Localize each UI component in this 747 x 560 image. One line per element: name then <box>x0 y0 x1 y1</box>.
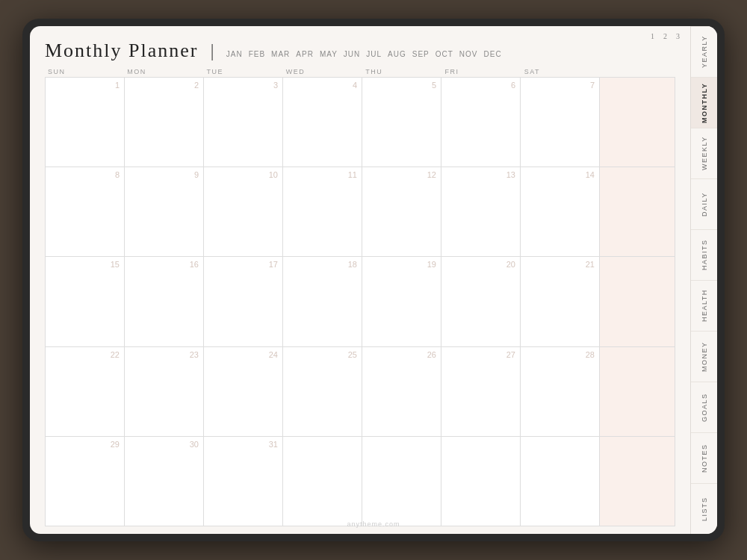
tablet-frame: 1 2 3 YEARLYMONTHLYWEEKLYDAILYHABITSHEAL… <box>22 19 725 541</box>
calendar-cell[interactable]: 14 <box>521 167 599 256</box>
nav-item-health[interactable]: HEALTH <box>691 280 717 331</box>
side-panel-cell <box>600 437 675 526</box>
page-num-2: 2 <box>663 32 667 40</box>
month-tab-feb[interactable]: FEB <box>249 50 265 58</box>
day-mon: MON <box>124 68 203 75</box>
calendar-cell[interactable]: 30 <box>125 437 203 526</box>
side-panel-cell <box>600 347 675 436</box>
calendar-row: 1 2 3 4 5 6 7 <box>46 78 675 167</box>
side-panel-cell <box>600 78 675 167</box>
calendar-row: 29 30 31 <box>46 437 675 526</box>
month-tabs: JANFEBMARAPRMAYJUNJULAUGSEPOCTNOVDEC <box>226 50 502 58</box>
calendar-cell <box>362 437 441 526</box>
page-num-1: 1 <box>651 32 654 40</box>
calendar-cell[interactable]: 22 <box>46 347 124 436</box>
calendar-cell[interactable]: 20 <box>441 257 520 346</box>
month-tab-jan[interactable]: JAN <box>226 50 243 58</box>
page-numbers: 1 2 3 <box>651 32 680 40</box>
calendar-grid: 1 2 3 4 5 6 7 8 9 10 11 <box>45 77 675 526</box>
watermark: anytheme.com <box>347 520 400 528</box>
calendar-cell[interactable]: 2 <box>125 78 203 167</box>
page-title: Monthly Planner <box>45 40 199 62</box>
month-tab-nov[interactable]: NOV <box>459 50 478 58</box>
calendar-cell[interactable]: 12 <box>362 167 441 256</box>
nav-item-monthly[interactable]: MONTHLY <box>691 77 717 128</box>
month-tab-mar[interactable]: MAR <box>271 50 290 58</box>
month-tab-sep[interactable]: SEP <box>412 50 430 58</box>
month-tab-jul[interactable]: JUL <box>366 50 382 58</box>
side-header <box>601 68 675 75</box>
month-tab-apr[interactable]: APR <box>296 50 314 58</box>
calendar-cell[interactable]: 15 <box>46 257 124 346</box>
nav-item-daily[interactable]: DAILY <box>691 178 717 229</box>
month-tab-dec[interactable]: DEC <box>484 50 502 58</box>
month-tab-oct[interactable]: OCT <box>436 50 453 58</box>
day-sat: SAT <box>521 68 601 75</box>
calendar-cell[interactable]: 25 <box>283 347 362 436</box>
nav-item-goals[interactable]: GOALS <box>691 382 717 432</box>
calendar-cell[interactable]: 31 <box>204 437 282 526</box>
calendar-cell[interactable]: 11 <box>283 167 362 256</box>
calendar-cell[interactable]: 17 <box>204 257 282 346</box>
calendar-area: SUN MON TUE WED THU FRI SAT 1 2 3 <box>30 68 690 534</box>
calendar-cell[interactable]: 28 <box>521 347 599 436</box>
calendar-cell[interactable]: 18 <box>283 257 362 346</box>
calendar-cell <box>283 437 362 526</box>
title-separator: | <box>211 40 214 62</box>
nav-item-money[interactable]: MONEY <box>691 331 717 382</box>
calendar-cell[interactable]: 24 <box>204 347 282 436</box>
calendar-cell[interactable]: 3 <box>204 78 282 167</box>
nav-item-yearly[interactable]: YEARLY <box>691 26 717 77</box>
header: Monthly Planner | JANFEBMARAPRMAYJUNJULA… <box>30 26 690 68</box>
calendar-cell[interactable]: 23 <box>125 347 203 436</box>
calendar-cell <box>521 437 599 526</box>
side-panel-cell <box>600 257 675 346</box>
calendar-row: 15 16 17 18 19 20 21 <box>46 257 675 346</box>
month-tab-jun[interactable]: JUN <box>344 50 360 58</box>
nav-item-lists[interactable]: LISTS <box>691 483 717 534</box>
calendar-row: 22 23 24 25 26 27 28 <box>46 347 675 436</box>
month-tab-may[interactable]: MAY <box>320 50 338 58</box>
calendar-cell[interactable]: 5 <box>362 78 441 167</box>
calendar-cell[interactable]: 7 <box>521 78 599 167</box>
tablet-screen: 1 2 3 YEARLYMONTHLYWEEKLYDAILYHABITSHEAL… <box>30 26 717 534</box>
calendar-cell[interactable]: 27 <box>441 347 520 436</box>
nav-item-habits[interactable]: HABITS <box>691 229 717 280</box>
calendar-cell[interactable]: 21 <box>521 257 599 346</box>
calendar-cell <box>441 437 520 526</box>
calendar-cell[interactable]: 16 <box>125 257 203 346</box>
side-panel-cell <box>600 167 675 256</box>
calendar-cell[interactable]: 9 <box>125 167 203 256</box>
day-fri: FRI <box>441 68 521 75</box>
main-content: Monthly Planner | JANFEBMARAPRMAYJUNJULA… <box>30 26 690 534</box>
day-thu: THU <box>362 68 441 75</box>
calendar-row: 8 9 10 11 12 13 14 <box>46 167 675 256</box>
calendar-cell[interactable]: 10 <box>204 167 282 256</box>
calendar-cell[interactable]: 1 <box>46 78 124 167</box>
right-nav: YEARLYMONTHLYWEEKLYDAILYHABITSHEALTHMONE… <box>690 26 717 534</box>
calendar-cell[interactable]: 29 <box>46 437 124 526</box>
calendar-cell[interactable]: 4 <box>283 78 362 167</box>
month-tab-aug[interactable]: AUG <box>388 50 406 58</box>
day-wed: WED <box>283 68 362 75</box>
calendar-cell[interactable]: 19 <box>362 257 441 346</box>
day-sun: SUN <box>45 68 124 75</box>
page-num-3: 3 <box>676 32 680 40</box>
calendar-cell[interactable]: 6 <box>441 78 520 167</box>
calendar-cell[interactable]: 26 <box>362 347 441 436</box>
calendar-cell[interactable]: 8 <box>46 167 124 256</box>
day-tue: TUE <box>204 68 283 75</box>
day-headers: SUN MON TUE WED THU FRI SAT <box>45 68 675 75</box>
nav-item-notes[interactable]: NOTES <box>691 432 717 483</box>
calendar-cell[interactable]: 13 <box>441 167 520 256</box>
nav-item-weekly[interactable]: WEEKLY <box>691 128 717 178</box>
